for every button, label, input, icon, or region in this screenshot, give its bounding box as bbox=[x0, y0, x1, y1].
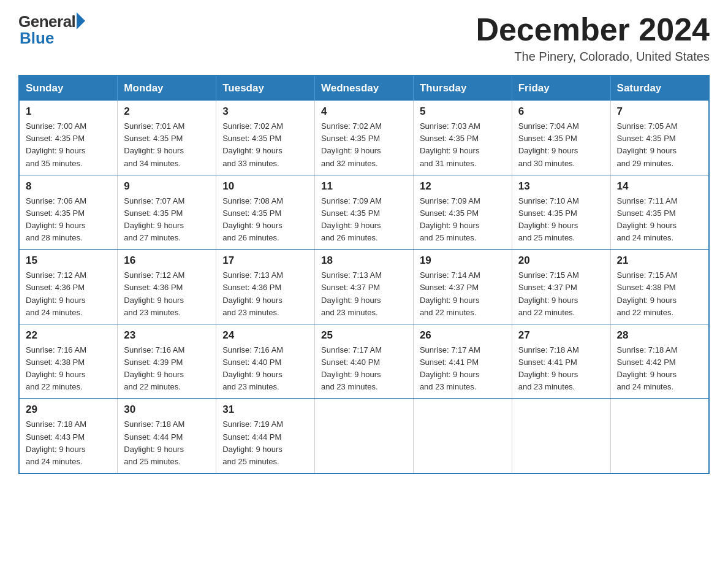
day-info: Sunrise: 7:12 AM Sunset: 4:36 PM Dayligh… bbox=[124, 269, 210, 319]
day-number: 9 bbox=[124, 180, 210, 193]
day-number: 16 bbox=[124, 255, 210, 267]
calendar-day-cell: 5 Sunrise: 7:03 AM Sunset: 4:35 PM Dayli… bbox=[413, 101, 512, 175]
day-info: Sunrise: 7:07 AM Sunset: 4:35 PM Dayligh… bbox=[124, 195, 210, 245]
calendar-day-cell bbox=[315, 399, 414, 473]
day-info: Sunrise: 7:15 AM Sunset: 4:37 PM Dayligh… bbox=[518, 269, 604, 319]
calendar-week-row: 8 Sunrise: 7:06 AM Sunset: 4:35 PM Dayli… bbox=[19, 175, 709, 250]
day-number: 18 bbox=[321, 255, 407, 267]
logo-arrow-icon bbox=[77, 12, 85, 29]
calendar-day-cell: 24 Sunrise: 7:16 AM Sunset: 4:40 PM Dayl… bbox=[216, 324, 315, 399]
calendar-day-cell: 14 Sunrise: 7:11 AM Sunset: 4:35 PM Dayl… bbox=[610, 175, 709, 250]
day-number: 28 bbox=[617, 329, 702, 342]
day-number: 1 bbox=[26, 105, 111, 118]
calendar-day-cell: 6 Sunrise: 7:04 AM Sunset: 4:35 PM Dayli… bbox=[512, 101, 610, 175]
day-number: 17 bbox=[222, 255, 308, 267]
day-number: 13 bbox=[518, 180, 604, 193]
day-number: 4 bbox=[321, 105, 407, 118]
calendar-day-cell: 28 Sunrise: 7:18 AM Sunset: 4:42 PM Dayl… bbox=[610, 324, 709, 399]
day-info: Sunrise: 7:02 AM Sunset: 4:35 PM Dayligh… bbox=[222, 120, 308, 170]
day-number: 24 bbox=[222, 329, 308, 342]
weekday-header-tuesday: Tuesday bbox=[216, 75, 315, 101]
day-number: 30 bbox=[124, 404, 210, 416]
weekday-header-monday: Monday bbox=[118, 75, 216, 101]
day-info: Sunrise: 7:02 AM Sunset: 4:35 PM Dayligh… bbox=[321, 120, 407, 170]
day-info: Sunrise: 7:16 AM Sunset: 4:39 PM Dayligh… bbox=[124, 344, 210, 394]
day-info: Sunrise: 7:16 AM Sunset: 4:38 PM Dayligh… bbox=[26, 344, 111, 394]
calendar-week-row: 15 Sunrise: 7:12 AM Sunset: 4:36 PM Dayl… bbox=[19, 250, 709, 324]
calendar-day-cell: 4 Sunrise: 7:02 AM Sunset: 4:35 PM Dayli… bbox=[315, 101, 414, 175]
day-info: Sunrise: 7:09 AM Sunset: 4:35 PM Dayligh… bbox=[420, 195, 506, 245]
calendar-day-cell: 8 Sunrise: 7:06 AM Sunset: 4:35 PM Dayli… bbox=[19, 175, 118, 250]
day-info: Sunrise: 7:16 AM Sunset: 4:40 PM Dayligh… bbox=[222, 344, 308, 394]
day-info: Sunrise: 7:19 AM Sunset: 4:44 PM Dayligh… bbox=[222, 418, 308, 468]
title-section: December 2024 The Pinery, Colorado, Unit… bbox=[476, 12, 710, 64]
calendar-day-cell: 27 Sunrise: 7:18 AM Sunset: 4:41 PM Dayl… bbox=[512, 324, 610, 399]
calendar-day-cell: 20 Sunrise: 7:15 AM Sunset: 4:37 PM Dayl… bbox=[512, 250, 610, 324]
day-number: 26 bbox=[420, 329, 506, 342]
day-number: 31 bbox=[222, 404, 308, 416]
calendar-day-cell: 7 Sunrise: 7:05 AM Sunset: 4:35 PM Dayli… bbox=[610, 101, 709, 175]
day-info: Sunrise: 7:18 AM Sunset: 4:42 PM Dayligh… bbox=[617, 344, 702, 394]
day-info: Sunrise: 7:12 AM Sunset: 4:36 PM Dayligh… bbox=[26, 269, 111, 319]
day-info: Sunrise: 7:01 AM Sunset: 4:35 PM Dayligh… bbox=[124, 120, 210, 170]
calendar-day-cell bbox=[512, 399, 610, 473]
calendar-day-cell: 3 Sunrise: 7:02 AM Sunset: 4:35 PM Dayli… bbox=[216, 101, 315, 175]
day-info: Sunrise: 7:11 AM Sunset: 4:35 PM Dayligh… bbox=[617, 195, 702, 245]
calendar-day-cell: 19 Sunrise: 7:14 AM Sunset: 4:37 PM Dayl… bbox=[413, 250, 512, 324]
day-info: Sunrise: 7:08 AM Sunset: 4:35 PM Dayligh… bbox=[222, 195, 308, 245]
day-info: Sunrise: 7:05 AM Sunset: 4:35 PM Dayligh… bbox=[617, 120, 702, 170]
calendar-day-cell: 29 Sunrise: 7:18 AM Sunset: 4:43 PM Dayl… bbox=[19, 399, 118, 473]
day-number: 6 bbox=[518, 105, 604, 118]
day-info: Sunrise: 7:17 AM Sunset: 4:40 PM Dayligh… bbox=[321, 344, 407, 394]
calendar-day-cell: 22 Sunrise: 7:16 AM Sunset: 4:38 PM Dayl… bbox=[19, 324, 118, 399]
day-number: 7 bbox=[617, 105, 702, 118]
calendar-day-cell: 31 Sunrise: 7:19 AM Sunset: 4:44 PM Dayl… bbox=[216, 399, 315, 473]
day-info: Sunrise: 7:09 AM Sunset: 4:35 PM Dayligh… bbox=[321, 195, 407, 245]
calendar-day-cell bbox=[413, 399, 512, 473]
day-number: 23 bbox=[124, 329, 210, 342]
calendar-table: SundayMondayTuesdayWednesdayThursdayFrid… bbox=[18, 75, 710, 474]
calendar-day-cell: 21 Sunrise: 7:15 AM Sunset: 4:38 PM Dayl… bbox=[610, 250, 709, 324]
day-info: Sunrise: 7:15 AM Sunset: 4:38 PM Dayligh… bbox=[617, 269, 702, 319]
day-info: Sunrise: 7:14 AM Sunset: 4:37 PM Dayligh… bbox=[420, 269, 506, 319]
day-number: 14 bbox=[617, 180, 702, 193]
weekday-header-sunday: Sunday bbox=[19, 75, 118, 101]
day-info: Sunrise: 7:06 AM Sunset: 4:35 PM Dayligh… bbox=[26, 195, 111, 245]
day-info: Sunrise: 7:18 AM Sunset: 4:43 PM Dayligh… bbox=[26, 418, 111, 468]
calendar-day-cell: 26 Sunrise: 7:17 AM Sunset: 4:41 PM Dayl… bbox=[413, 324, 512, 399]
day-info: Sunrise: 7:00 AM Sunset: 4:35 PM Dayligh… bbox=[26, 120, 111, 170]
day-info: Sunrise: 7:17 AM Sunset: 4:41 PM Dayligh… bbox=[420, 344, 506, 394]
location-subtitle: The Pinery, Colorado, United States bbox=[476, 50, 710, 64]
weekday-header-row: SundayMondayTuesdayWednesdayThursdayFrid… bbox=[19, 75, 709, 101]
day-number: 15 bbox=[26, 255, 111, 267]
calendar-day-cell: 2 Sunrise: 7:01 AM Sunset: 4:35 PM Dayli… bbox=[118, 101, 216, 175]
day-number: 5 bbox=[420, 105, 506, 118]
day-number: 25 bbox=[321, 329, 407, 342]
day-info: Sunrise: 7:04 AM Sunset: 4:35 PM Dayligh… bbox=[518, 120, 604, 170]
day-info: Sunrise: 7:10 AM Sunset: 4:35 PM Dayligh… bbox=[518, 195, 604, 245]
calendar-day-cell: 1 Sunrise: 7:00 AM Sunset: 4:35 PM Dayli… bbox=[19, 101, 118, 175]
day-number: 3 bbox=[222, 105, 308, 118]
calendar-week-row: 29 Sunrise: 7:18 AM Sunset: 4:43 PM Dayl… bbox=[19, 399, 709, 473]
calendar-day-cell: 9 Sunrise: 7:07 AM Sunset: 4:35 PM Dayli… bbox=[118, 175, 216, 250]
day-number: 20 bbox=[518, 255, 604, 267]
calendar-day-cell: 12 Sunrise: 7:09 AM Sunset: 4:35 PM Dayl… bbox=[413, 175, 512, 250]
day-number: 11 bbox=[321, 180, 407, 193]
calendar-day-cell bbox=[610, 399, 709, 473]
day-info: Sunrise: 7:18 AM Sunset: 4:41 PM Dayligh… bbox=[518, 344, 604, 394]
day-number: 21 bbox=[617, 255, 702, 267]
weekday-header-thursday: Thursday bbox=[413, 75, 512, 101]
day-info: Sunrise: 7:13 AM Sunset: 4:36 PM Dayligh… bbox=[222, 269, 308, 319]
day-info: Sunrise: 7:03 AM Sunset: 4:35 PM Dayligh… bbox=[420, 120, 506, 170]
weekday-header-wednesday: Wednesday bbox=[315, 75, 414, 101]
day-number: 19 bbox=[420, 255, 506, 267]
page-header: General Blue December 2024 The Pinery, C… bbox=[18, 12, 710, 64]
calendar-day-cell: 13 Sunrise: 7:10 AM Sunset: 4:35 PM Dayl… bbox=[512, 175, 610, 250]
day-info: Sunrise: 7:18 AM Sunset: 4:44 PM Dayligh… bbox=[124, 418, 210, 468]
calendar-day-cell: 15 Sunrise: 7:12 AM Sunset: 4:36 PM Dayl… bbox=[19, 250, 118, 324]
logo-text-blue: Blue bbox=[20, 29, 54, 48]
calendar-day-cell: 17 Sunrise: 7:13 AM Sunset: 4:36 PM Dayl… bbox=[216, 250, 315, 324]
day-number: 22 bbox=[26, 329, 111, 342]
calendar-day-cell: 23 Sunrise: 7:16 AM Sunset: 4:39 PM Dayl… bbox=[118, 324, 216, 399]
weekday-header-saturday: Saturday bbox=[610, 75, 709, 101]
